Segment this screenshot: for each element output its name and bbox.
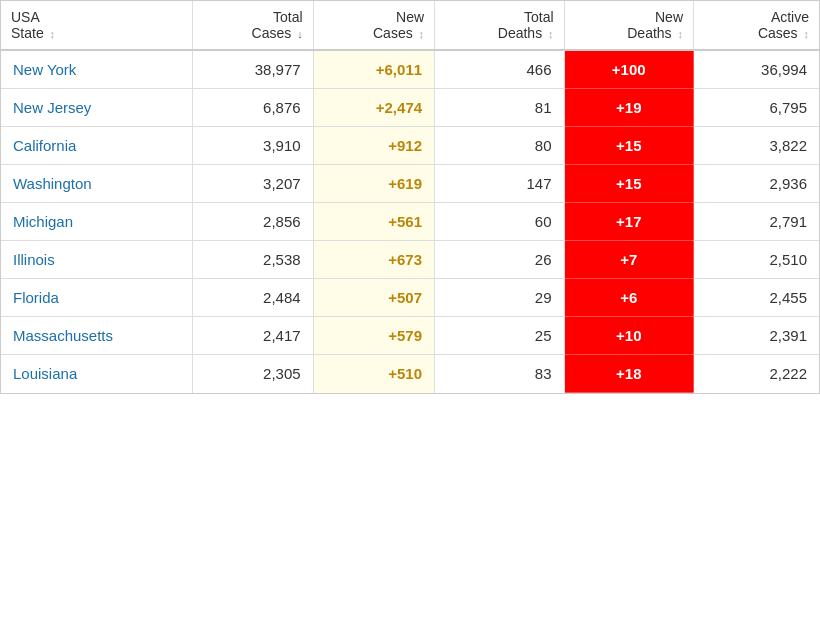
cell-total-deaths: 81 (435, 89, 564, 127)
state-name[interactable]: Michigan (13, 213, 73, 230)
cell-active-cases: 2,222 (694, 355, 820, 393)
col-header-total-deaths[interactable]: TotalDeaths ↕ (435, 1, 564, 50)
cell-new-cases: +2,474 (313, 89, 434, 127)
col-header-state[interactable]: USAState ↕ (1, 1, 193, 50)
cell-new-deaths: +15 (564, 165, 693, 203)
cell-new-cases: +912 (313, 127, 434, 165)
state-name[interactable]: Massachusetts (13, 327, 113, 344)
cell-new-cases: +673 (313, 241, 434, 279)
cell-new-cases: +579 (313, 317, 434, 355)
cell-state[interactable]: Louisiana (1, 355, 193, 393)
cell-state[interactable]: Washington (1, 165, 193, 203)
cell-new-deaths: +10 (564, 317, 693, 355)
table-row: Florida2,484+50729+62,455 (1, 279, 819, 317)
cell-total-cases: 2,856 (193, 203, 313, 241)
cell-active-cases: 36,994 (694, 50, 820, 89)
col-header-new-cases-label: NewCases (373, 9, 424, 41)
cell-active-cases: 2,455 (694, 279, 820, 317)
table-row: California3,910+91280+153,822 (1, 127, 819, 165)
table-row: Louisiana2,305+51083+182,222 (1, 355, 819, 393)
cell-state[interactable]: Florida (1, 279, 193, 317)
sort-icon-total-cases[interactable]: ↓ (297, 28, 303, 40)
cell-total-cases: 2,484 (193, 279, 313, 317)
cell-active-cases: 2,510 (694, 241, 820, 279)
cell-new-deaths: +15 (564, 127, 693, 165)
cell-total-deaths: 25 (435, 317, 564, 355)
table-row: New Jersey6,876+2,47481+196,795 (1, 89, 819, 127)
table-row: Massachusetts2,417+57925+102,391 (1, 317, 819, 355)
covid-table: USAState ↕ TotalCases ↓ NewCases ↕ Total… (0, 0, 820, 394)
cell-new-cases: +510 (313, 355, 434, 393)
cell-active-cases: 2,936 (694, 165, 820, 203)
cell-total-deaths: 80 (435, 127, 564, 165)
cell-total-cases: 2,305 (193, 355, 313, 393)
col-header-new-cases[interactable]: NewCases ↕ (313, 1, 434, 50)
state-name[interactable]: Louisiana (13, 365, 77, 382)
cell-total-cases: 6,876 (193, 89, 313, 127)
cell-total-deaths: 147 (435, 165, 564, 203)
state-name[interactable]: New Jersey (13, 99, 91, 116)
cell-total-cases: 3,910 (193, 127, 313, 165)
state-name[interactable]: Illinois (13, 251, 55, 268)
cell-state[interactable]: New York (1, 50, 193, 89)
cell-active-cases: 2,391 (694, 317, 820, 355)
state-name[interactable]: Washington (13, 175, 92, 192)
cell-new-deaths: +7 (564, 241, 693, 279)
cell-new-cases: +561 (313, 203, 434, 241)
col-header-active-cases-label: ActiveCases (758, 9, 809, 41)
col-header-state-label: USAState (11, 9, 44, 41)
table-row: Michigan2,856+56160+172,791 (1, 203, 819, 241)
cell-state[interactable]: Massachusetts (1, 317, 193, 355)
cell-new-cases: +619 (313, 165, 434, 203)
col-header-total-cases-label: TotalCases (252, 9, 303, 41)
cell-total-cases: 2,417 (193, 317, 313, 355)
cell-new-deaths: +19 (564, 89, 693, 127)
col-header-total-cases[interactable]: TotalCases ↓ (193, 1, 313, 50)
cell-total-cases: 38,977 (193, 50, 313, 89)
cell-new-deaths: +18 (564, 355, 693, 393)
col-header-new-deaths-label: NewDeaths (627, 9, 683, 41)
cell-new-deaths: +6 (564, 279, 693, 317)
cell-total-deaths: 26 (435, 241, 564, 279)
cell-active-cases: 6,795 (694, 89, 820, 127)
cell-new-cases: +507 (313, 279, 434, 317)
cell-state[interactable]: Michigan (1, 203, 193, 241)
cell-total-deaths: 83 (435, 355, 564, 393)
cell-state[interactable]: Illinois (1, 241, 193, 279)
cell-total-deaths: 466 (435, 50, 564, 89)
cell-new-deaths: +17 (564, 203, 693, 241)
state-name[interactable]: New York (13, 61, 76, 78)
table-header: USAState ↕ TotalCases ↓ NewCases ↕ Total… (1, 1, 819, 50)
sort-icon-active-cases[interactable]: ↕ (804, 28, 810, 40)
col-header-active-cases[interactable]: ActiveCases ↕ (694, 1, 820, 50)
table-row: New York38,977+6,011466+10036,994 (1, 50, 819, 89)
cell-total-cases: 2,538 (193, 241, 313, 279)
cell-new-deaths: +100 (564, 50, 693, 89)
sort-icon-new-deaths[interactable]: ↕ (678, 28, 684, 40)
state-name[interactable]: California (13, 137, 76, 154)
cell-active-cases: 3,822 (694, 127, 820, 165)
sort-icon-state[interactable]: ↕ (50, 28, 56, 40)
sort-icon-total-deaths[interactable]: ↕ (548, 28, 554, 40)
cell-total-deaths: 60 (435, 203, 564, 241)
col-header-total-deaths-label: TotalDeaths (498, 9, 554, 41)
sort-icon-new-cases[interactable]: ↕ (419, 28, 425, 40)
cell-new-cases: +6,011 (313, 50, 434, 89)
state-name[interactable]: Florida (13, 289, 59, 306)
cell-total-deaths: 29 (435, 279, 564, 317)
cell-active-cases: 2,791 (694, 203, 820, 241)
col-header-new-deaths[interactable]: NewDeaths ↕ (564, 1, 693, 50)
table-row: Illinois2,538+67326+72,510 (1, 241, 819, 279)
cell-total-cases: 3,207 (193, 165, 313, 203)
cell-state[interactable]: California (1, 127, 193, 165)
cell-state[interactable]: New Jersey (1, 89, 193, 127)
table-row: Washington3,207+619147+152,936 (1, 165, 819, 203)
